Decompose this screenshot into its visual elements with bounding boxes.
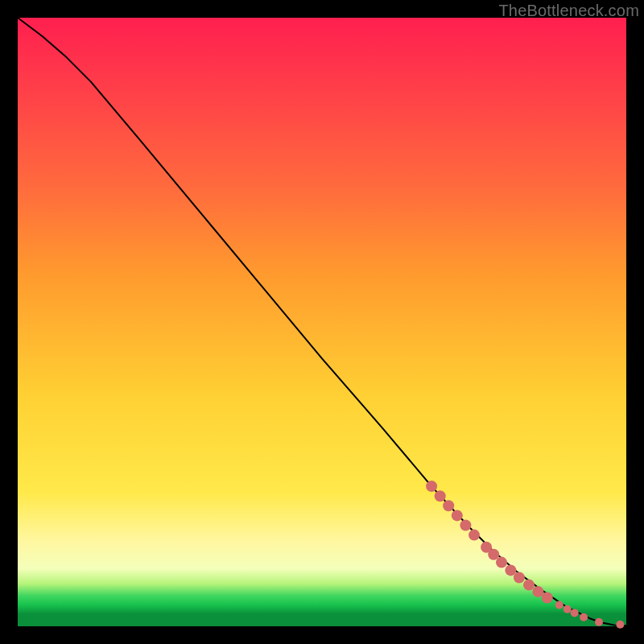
marker-dot: [514, 572, 525, 584]
marker-dot: [523, 580, 535, 591]
marker-dot: [426, 481, 437, 492]
marker-dot-group: [426, 481, 624, 629]
marker-dot: [460, 520, 471, 531]
chart-overlay-svg: [18, 18, 626, 626]
marker-dot: [595, 618, 603, 626]
marker-dot: [443, 500, 454, 511]
chart-stage: TheBottleneck.com: [0, 0, 644, 644]
marker-dot: [469, 530, 480, 541]
marker-dot: [435, 490, 446, 502]
marker-dot: [564, 605, 572, 613]
marker-dot: [555, 601, 564, 609]
marker-dot: [616, 621, 624, 629]
marker-dot: [580, 613, 588, 621]
marker-dot: [571, 609, 579, 617]
marker-dot: [452, 510, 463, 521]
curve-path: [18, 18, 626, 625]
marker-dot: [496, 557, 507, 568]
marker-dot: [542, 592, 553, 604]
curve-line: [18, 18, 626, 625]
watermark-text: TheBottleneck.com: [498, 2, 639, 20]
